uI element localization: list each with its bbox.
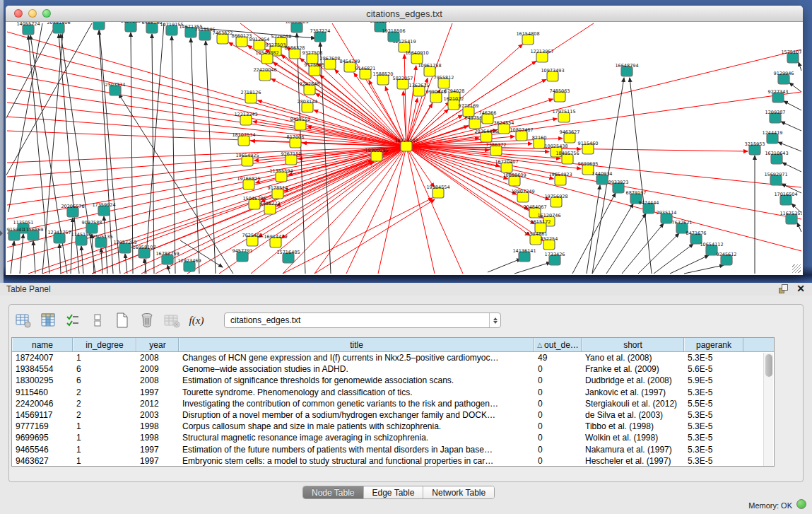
graph-node[interactable]: 12213343 bbox=[234, 112, 257, 125]
graph-node-label: 9115460 bbox=[578, 141, 599, 146]
graph-node[interactable]: 252254 bbox=[541, 236, 558, 250]
column-header-short[interactable]: short bbox=[582, 338, 684, 351]
table-row[interactable]: 2242004622012Investigating the contribut… bbox=[12, 398, 774, 409]
graph-node[interactable]: 20206576 bbox=[61, 204, 84, 217]
graph-node[interactable]: 9129946 bbox=[774, 71, 794, 84]
table-row[interactable]: 1938455462009Genome–wide association stu… bbox=[12, 363, 774, 375]
graph-node[interactable]: 1588520 bbox=[373, 71, 394, 85]
column-header-year[interactable]: year bbox=[136, 338, 179, 351]
delete-table-icon[interactable] bbox=[163, 312, 180, 329]
graph-node[interactable]: 9463627 bbox=[560, 129, 580, 143]
network-window-titlebar[interactable]: citations_edges.txt bbox=[6, 6, 803, 22]
table-cell: 9777169 bbox=[12, 421, 73, 431]
graph-node[interactable]: 17975115 bbox=[552, 109, 575, 122]
zoom-window-icon[interactable] bbox=[42, 9, 51, 18]
graph-node[interactable]: 7955812 bbox=[434, 75, 454, 88]
graph-node-label: 12923469 bbox=[177, 258, 201, 264]
graph-node[interactable]: 16033809 bbox=[285, 22, 308, 33]
graph-node[interactable]: 11675353 bbox=[779, 211, 802, 224]
memory-status-icon[interactable] bbox=[796, 499, 806, 509]
graph-node[interactable]: 2503334 bbox=[105, 82, 126, 95]
graph-node[interactable]: 9242848 bbox=[300, 81, 320, 95]
graph-node[interactable]: 1244419 bbox=[763, 130, 783, 144]
table-row[interactable]: 1872400712008Changes of HCN gene express… bbox=[12, 352, 774, 363]
close-window-icon[interactable] bbox=[14, 9, 23, 18]
graph-node[interactable]: 12923469 bbox=[177, 258, 201, 271]
graph-node[interactable]: 10973493 bbox=[541, 68, 564, 81]
graph-node[interactable]: 817006 bbox=[287, 134, 305, 148]
table-cell: Stergiakouli et al. (2012) bbox=[582, 399, 684, 409]
panel-collapse-arrow-icon[interactable] bbox=[0, 230, 3, 236]
delete-column-icon[interactable] bbox=[139, 312, 155, 329]
graph-node[interactable]: 15751074 bbox=[781, 49, 802, 63]
column-header-pagerank[interactable]: pagerank bbox=[684, 338, 743, 351]
tab-node-table[interactable]: Node Table bbox=[303, 486, 364, 498]
table-row[interactable]: 1456911722003Disruption of a novel membe… bbox=[12, 409, 774, 421]
table-row[interactable]: 946554611997Estimation of the future num… bbox=[12, 444, 774, 455]
column-header-in_degree[interactable]: in_degree bbox=[73, 338, 136, 351]
graph-node[interactable]: 1145194 bbox=[71, 232, 92, 245]
graph-node[interactable]: 7386372 bbox=[486, 142, 507, 156]
column-header-title[interactable]: title bbox=[179, 338, 534, 351]
graph-node[interactable]: 14136141 bbox=[512, 248, 536, 262]
graph-node[interactable]: 16648794 bbox=[615, 63, 638, 76]
float-panel-icon[interactable] bbox=[779, 284, 788, 293]
graph-node-label: 8471676 bbox=[686, 230, 707, 236]
graph-node[interactable]: 12213967 bbox=[530, 49, 553, 62]
graph-node-label: 1244419 bbox=[763, 130, 783, 136]
table-mode-icon[interactable] bbox=[15, 312, 32, 329]
column-header-name[interactable]: name bbox=[12, 338, 73, 351]
graph-node[interactable]: 7625402 bbox=[242, 233, 263, 246]
graph-node[interactable]: 9245612 bbox=[717, 252, 737, 265]
graph-node[interactable]: 18807249 bbox=[511, 189, 534, 202]
graph-node[interactable]: 16154808 bbox=[516, 31, 539, 45]
graph-node[interactable]: 2718126 bbox=[241, 90, 261, 103]
tab-network-table[interactable]: Network Table bbox=[423, 486, 494, 498]
graph-node[interactable]: 19756928 bbox=[544, 194, 567, 207]
graph-node[interactable]: 15692971 bbox=[764, 172, 787, 185]
graph-node[interactable]: 18107534 bbox=[232, 132, 255, 146]
table-vertical-scrollbar[interactable] bbox=[763, 353, 773, 466]
graph-node[interactable]: 7463822 bbox=[213, 30, 233, 44]
network-graph[interactable]: 1872400718300295193845547463822866012389… bbox=[6, 22, 802, 274]
graph-node[interactable]: 16640910 bbox=[405, 50, 428, 64]
graph-node[interactable]: 1527602 bbox=[121, 22, 141, 32]
network-canvas[interactable]: 1872400718300295193845547463822866012389… bbox=[6, 22, 802, 274]
column-header-out_de[interactable]: △out_de… bbox=[534, 338, 582, 351]
graph-node[interactable]: 10807487 bbox=[510, 127, 533, 141]
table-row[interactable]: 977716911998Corpus callosum shape and si… bbox=[12, 421, 774, 432]
close-panel-icon[interactable]: ✕ bbox=[796, 284, 805, 293]
table-cell: 1997 bbox=[136, 445, 179, 455]
graph-node[interactable]: 17016504 bbox=[774, 192, 797, 205]
table-row[interactable]: 969969511998Structural magnetic resonanc… bbox=[12, 432, 774, 443]
graph-node[interactable]: 20891406 bbox=[47, 22, 70, 33]
create-column-icon[interactable] bbox=[114, 312, 131, 329]
graph-node[interactable]: 22420046 bbox=[253, 67, 276, 81]
table-select-combobox[interactable]: citations_edges.txt bbox=[224, 313, 501, 328]
graph-node[interactable]: 9457791 bbox=[233, 248, 253, 262]
graph-node[interactable]: 7357224 bbox=[310, 28, 331, 42]
table-row[interactable]: 1830029562008Estimation of significance … bbox=[12, 375, 774, 386]
row-height-icon[interactable] bbox=[89, 312, 106, 329]
show-columns-icon[interactable] bbox=[40, 312, 57, 329]
graph-node[interactable]: 15716485 bbox=[276, 250, 300, 263]
graph-node[interactable]: 16210643 bbox=[765, 151, 788, 164]
graph-node[interactable]: 6466160 bbox=[142, 22, 163, 33]
graph-node[interactable]: 19384554 bbox=[426, 185, 449, 198]
table-row[interactable]: 911546021997Tourette syndrome. Phenomeno… bbox=[12, 387, 774, 398]
scrollbar-thumb[interactable] bbox=[765, 354, 772, 377]
graph-node[interactable]: 7485063 bbox=[550, 88, 570, 102]
select-rows-icon[interactable] bbox=[64, 312, 81, 329]
table-row[interactable]: 946362711997Embryonic stem cells: a mode… bbox=[12, 455, 774, 467]
function-builder-icon[interactable]: f(x) bbox=[188, 312, 205, 329]
minimize-window-icon[interactable] bbox=[28, 9, 37, 18]
graph-node[interactable]: 14055724 bbox=[16, 22, 40, 35]
graph-node[interactable]: 3215953 bbox=[745, 141, 765, 155]
graph-node[interactable]: 1209387 bbox=[765, 110, 786, 123]
window-resize-grip[interactable] bbox=[792, 264, 801, 273]
graph-node[interactable]: 9115460 bbox=[578, 141, 599, 154]
graph-node[interactable]: 12505135 bbox=[89, 234, 112, 247]
graph-node[interactable]: 17359924 bbox=[92, 202, 115, 216]
graph-node[interactable]: 10543382 bbox=[255, 50, 278, 64]
tab-edge-table[interactable]: Edge Table bbox=[364, 486, 424, 498]
